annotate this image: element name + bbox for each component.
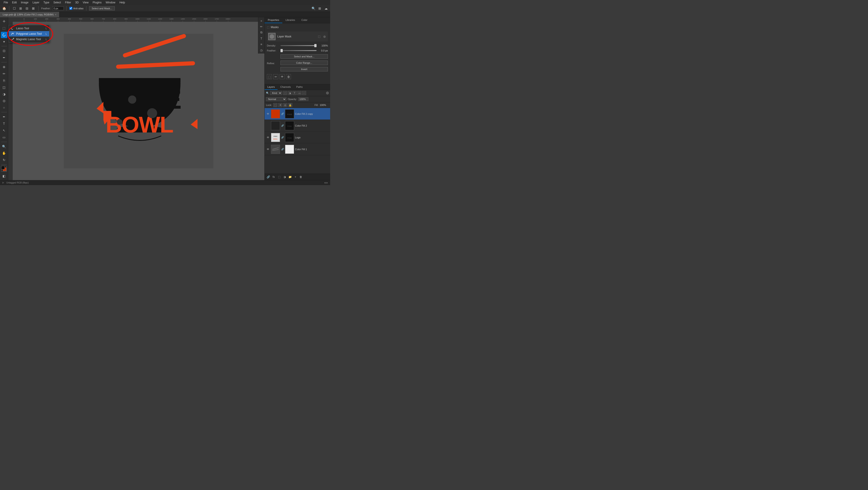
path-selection-tool[interactable]: ↖ <box>1 127 7 133</box>
lock-pixels-btn[interactable]: ⬚ <box>273 103 277 107</box>
adjustment-layer-icon[interactable]: ◑ <box>282 175 287 179</box>
healing-tool[interactable]: ⊕ <box>1 64 7 70</box>
magnetic-lasso-tool-option[interactable]: Magnetic Lasso Tool L <box>9 36 49 42</box>
layer-link-1[interactable]: 🔗 <box>281 112 284 116</box>
search-icon[interactable]: 🔍 <box>311 6 316 11</box>
menu-plugins[interactable]: Plugins <box>91 0 103 4</box>
layer-link-4[interactable]: 🔗 <box>281 148 284 151</box>
tab-paths[interactable]: Paths <box>293 84 305 90</box>
canvas-content[interactable]: POKE BOWL <box>13 22 265 180</box>
foreground-color[interactable] <box>1 166 7 172</box>
menu-view[interactable]: View <box>81 0 91 4</box>
filter-toggle[interactable] <box>326 92 329 94</box>
lock-artboards-btn[interactable]: ◎ <box>283 103 287 107</box>
panel-history-icon[interactable]: ◷ <box>259 48 264 53</box>
clone-tool[interactable]: ⎘ <box>1 78 7 84</box>
add-mask-icon[interactable]: ⬚ <box>277 175 281 179</box>
arrange-icon[interactable]: ⊞ <box>317 6 322 11</box>
filter-type-icon[interactable]: T <box>292 91 297 95</box>
layer-link-3[interactable]: 🔗 <box>281 136 284 139</box>
opacity-input[interactable] <box>298 97 308 101</box>
type-tool[interactable]: T <box>1 120 7 127</box>
nav-right-icon[interactable]: ▸ <box>327 181 328 184</box>
layer-row-logo[interactable]: 👁 POKE BOWL 🔗 POKE Logo <box>265 131 330 143</box>
mask-selection-icon[interactable]: ⬚ <box>267 74 272 79</box>
menu-edit[interactable]: Edit <box>10 0 19 4</box>
nav-left-icon[interactable]: ◂ <box>324 181 326 184</box>
lasso-tool-option[interactable]: Lasso Tool L <box>9 26 49 31</box>
rotate-tool[interactable]: ↻ <box>1 157 7 163</box>
lasso-tool[interactable] <box>1 32 7 38</box>
tab-close-btn[interactable]: × <box>55 13 56 16</box>
tab-layers[interactable]: Layers <box>265 84 278 90</box>
layer-visibility-toggle-3[interactable]: 👁 <box>266 135 270 140</box>
panel-collapse-icon[interactable]: « <box>259 18 264 23</box>
panel-text-icon[interactable]: T <box>259 36 264 41</box>
mask-eye-icon[interactable]: 👁 <box>280 74 285 79</box>
feather-slider[interactable] <box>280 50 316 51</box>
blend-mode-select[interactable]: Normal <box>266 97 286 101</box>
filter-pixel-icon[interactable]: ⬚ <box>283 91 287 95</box>
tab-color[interactable]: Color <box>298 17 310 23</box>
marquee-tool[interactable]: ⬚ <box>1 25 7 31</box>
mask-add-pixel-icon[interactable]: ⬚ <box>317 34 321 38</box>
layer-visibility-toggle-4[interactable]: 👁 <box>266 147 270 151</box>
tool-mode-add[interactable]: ⊞ <box>19 6 23 11</box>
feather-input[interactable] <box>52 7 64 10</box>
quick-mask-toggle[interactable]: ◧ <box>1 173 7 179</box>
layer-link-2[interactable]: 🔗 <box>281 124 284 127</box>
layer-row-color-fill-2[interactable]: 🔗 POKE Color Fill 2 <box>265 120 330 131</box>
lock-all-btn[interactable]: 🔒 <box>288 103 292 107</box>
menu-type[interactable]: Type <box>41 0 51 4</box>
filter-shape-icon[interactable]: ▭ <box>297 91 301 95</box>
home-icon[interactable]: 🏠 <box>2 6 6 11</box>
crop-tool[interactable]: ⊡ <box>1 48 7 54</box>
move-tool[interactable]: ✛ <box>1 18 7 25</box>
tab-properties[interactable]: Properties <box>265 17 282 23</box>
panel-adjust-icon[interactable]: ⧉ <box>259 30 264 35</box>
tab-channels[interactable]: Channels <box>278 84 293 90</box>
menu-window[interactable]: Window <box>104 0 117 4</box>
tool-mode-intersect[interactable]: ⊠ <box>31 6 36 11</box>
menu-layer[interactable]: Layer <box>31 0 41 4</box>
layer-visibility-toggle-2[interactable] <box>266 124 270 128</box>
tool-mode-new[interactable]: ☐ <box>12 6 17 11</box>
menu-help[interactable]: Help <box>118 0 127 4</box>
select-and-mask-button[interactable]: Select and Mask... <box>89 6 115 10</box>
link-layers-icon[interactable]: 🔗 <box>266 175 271 179</box>
new-layer-icon[interactable]: + <box>293 175 298 179</box>
color-range-button[interactable]: Color Range... <box>280 61 328 65</box>
mask-delete-icon[interactable]: 🗑 <box>286 74 291 79</box>
layer-visibility-toggle-1[interactable]: 👁 <box>266 112 270 116</box>
tool-mode-subtract[interactable]: ⊟ <box>25 6 29 11</box>
pen-tool[interactable]: ✒ <box>1 114 7 120</box>
new-group-icon[interactable]: 📁 <box>288 175 292 179</box>
invert-button[interactable]: Invert <box>280 67 328 71</box>
menu-select[interactable]: Select <box>52 0 63 4</box>
brush-tool[interactable]: ✏ <box>1 70 7 77</box>
panel-edit-icon[interactable]: ✏ <box>259 24 264 29</box>
density-slider[interactable] <box>280 45 316 46</box>
menu-filter[interactable]: Filter <box>63 0 73 4</box>
eraser-tool[interactable]: ◫ <box>1 84 7 91</box>
filter-adjustment-icon[interactable]: ◑ <box>288 91 292 95</box>
hand-tool[interactable]: ✋ <box>1 150 7 156</box>
panel-layers-icon[interactable]: ≡ <box>259 42 264 47</box>
polygonal-lasso-tool-option[interactable]: Polygonal Lasso Tool L <box>9 31 49 36</box>
gradient-tool[interactable]: ◑ <box>1 91 7 97</box>
menu-3d[interactable]: 3D <box>73 0 80 4</box>
zoom-tool[interactable]: 🔍 <box>1 143 7 150</box>
anti-alias-checkbox[interactable] <box>69 7 72 10</box>
layer-row-color-fill-2-copy[interactable]: 👁 🔗 POKE Color Fill 2 copy <box>265 108 330 120</box>
rectangle-tool[interactable]: ▭ <box>1 134 7 141</box>
menu-file[interactable]: File <box>2 0 10 4</box>
delete-layer-icon[interactable]: 🗑 <box>299 175 303 179</box>
mask-brush-icon[interactable]: ✏ <box>273 74 278 79</box>
layer-style-icon[interactable]: fx <box>272 175 276 179</box>
menu-image[interactable]: Image <box>19 0 30 4</box>
layer-row-color-fill-1[interactable]: 👁 🔗 Color Fill 1 <box>265 143 330 155</box>
lock-position-btn[interactable]: ✛ <box>278 103 282 107</box>
magic-wand-tool[interactable]: ✦ <box>1 38 7 45</box>
mask-add-vector-icon[interactable]: ◎ <box>322 34 327 38</box>
tab-libraries[interactable]: Libraries <box>282 17 298 23</box>
